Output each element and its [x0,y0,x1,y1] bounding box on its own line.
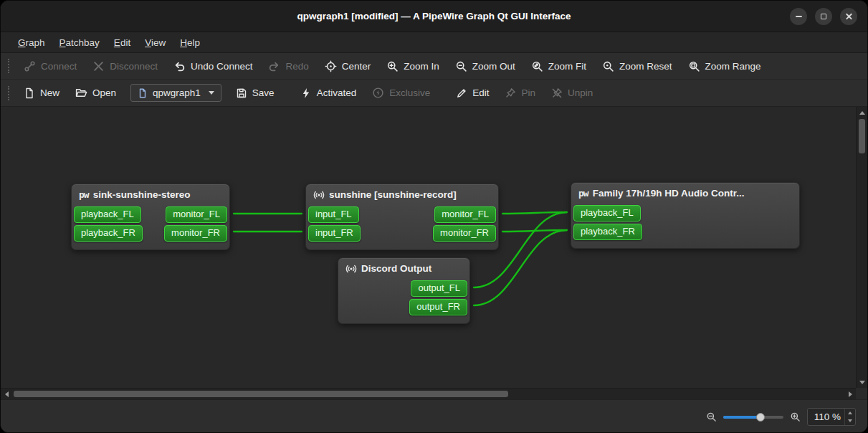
zoom-spin-down-button[interactable] [845,417,855,426]
zoom-in-button[interactable]: Zoom In [379,57,447,76]
sink-port-monitor-fl[interactable]: monitor_FL [166,206,227,223]
monitor-icon [313,189,325,201]
arrow-right-icon [849,391,852,397]
zoom-slider[interactable] [723,411,783,423]
scroll-right-button[interactable] [844,389,856,400]
arrow-up-icon [848,411,852,414]
menu-item-view[interactable]: View [138,34,173,51]
patchbay-profile-combo[interactable]: qpwgraph1 [130,84,221,102]
sink-port-monitor-fr[interactable]: monitor_FR [164,225,227,242]
undo-icon [173,60,186,72]
maximize-button[interactable] [815,8,832,25]
pin-icon [505,87,516,99]
center-button[interactable]: Center [318,57,378,76]
minimize-button[interactable] [790,8,807,25]
zoom-fit-label: Zoom Fit [548,61,586,72]
close-icon [845,12,853,20]
exclusive-button[interactable]: Exclusive [365,83,437,103]
toolbar-handle[interactable] [8,59,9,73]
discord-port-output-fl[interactable]: output_FL [411,280,467,297]
zoom-range-button[interactable]: Zoom Range [681,57,768,76]
close-button[interactable] [840,8,857,25]
vertical-scrollbar[interactable] [856,107,867,388]
new-button[interactable]: New [16,84,67,103]
menu-item-edit[interactable]: Edit [107,34,138,51]
activated-button[interactable]: Activated [293,84,364,103]
zoom-reset-button[interactable]: Zoom Reset [595,57,679,76]
disconnect-button[interactable]: Disconnect [85,57,165,76]
arrow-down-icon [848,419,852,422]
minimize-icon [796,16,802,17]
pipewire-icon: pw [79,189,89,201]
open-button[interactable]: Open [68,83,123,103]
sunshine-port-monitor-fl[interactable]: monitor_FL [434,206,496,223]
scroll-down-button[interactable] [857,376,868,388]
edit-label: Edit [472,87,489,98]
zoom-out-label: Zoom Out [472,61,515,72]
zoom-spinbox[interactable]: 110 % [807,408,856,426]
family-port-playback-fr[interactable]: playback_FR [573,224,642,240]
sunshine-port-input-fr[interactable]: input_FR [308,225,361,242]
toolbar-main: Connect Disconnect Undo Connect Redo Cen… [1,53,867,80]
horizontal-scroll-thumb[interactable] [14,391,508,397]
zoom-reset-label: Zoom Reset [619,61,672,72]
edit-pencil-icon [456,87,467,99]
port-row: input_FR monitor_FR [312,225,492,242]
sunshine-port-input-fl[interactable]: input_FL [308,206,359,223]
node-sunshine-record[interactable]: sunshine [sunshine-record] input_FL moni… [305,184,499,250]
sunshine-port-monitor-fr[interactable]: monitor_FR [433,225,496,242]
zoom-fit-button[interactable]: Zoom Fit [524,57,593,76]
connect-icon [24,60,36,72]
sink-port-playback-fr[interactable]: playback_FR [74,225,143,242]
menu-item-help[interactable]: Help [173,34,207,51]
save-button[interactable]: Save [229,84,282,103]
node-header: Discord Output [345,262,462,275]
window-controls [790,1,857,32]
exclusive-label: Exclusive [389,87,430,98]
toolbar-handle[interactable] [8,86,9,100]
sink-port-playback-fl[interactable]: playback_FL [74,206,141,223]
zoom-value: 110 % [808,409,844,425]
activated-label: Activated [317,87,357,98]
titlebar[interactable]: qpwgraph1 [modified] — A PipeWire Graph … [1,1,867,32]
node-family-hd-audio[interactable]: pw Family 17h/19h HD Audio Contr... play… [571,182,800,249]
pin-label: Pin [521,87,535,98]
zoom-range-label: Zoom Range [705,61,761,72]
node-title-text: Discord Output [361,262,431,275]
scroll-left-button[interactable] [1,389,12,400]
zoom-fit-icon [531,60,543,72]
undo-connect-button[interactable]: Undo Connect [166,57,259,76]
zoom-slider-handle[interactable] [756,413,765,422]
zoom-slider-fill [723,416,760,419]
scroll-up-button[interactable] [857,107,868,118]
connect-label: Connect [41,61,77,72]
graph-canvas[interactable]: pw sink-sunshine-stereo playback_FL moni… [1,107,856,388]
redo-label: Redo [285,61,308,72]
unpin-button[interactable]: Unpin [544,84,600,103]
discord-port-output-fr[interactable]: output_FR [409,299,467,315]
activated-bolt-icon [300,87,312,99]
node-title-text: Family 17h/19h HD Audio Contr... [593,187,745,200]
menu-item-graph[interactable]: Graph [11,34,52,51]
node-sink-sunshine-stereo[interactable]: pw sink-sunshine-stereo playback_FL moni… [71,184,230,250]
family-port-playback-fl[interactable]: playback_FL [573,205,641,222]
zoom-in-icon [386,60,399,72]
menu-item-patchbay[interactable]: Patchbay [52,34,107,51]
patchbay-profile-value: qpwgraph1 [153,87,201,98]
scrollbar-corner [856,388,867,399]
menubar: Graph Patchbay Edit View Help [1,32,867,53]
pin-button[interactable]: Pin [497,84,543,103]
connect-button[interactable]: Connect [16,57,84,76]
port-row: playback_FR [577,224,793,240]
zoom-spin-up-button[interactable] [845,409,855,417]
window-title: qpwgraph1 [modified] — A PipeWire Graph … [297,11,571,22]
zoom-range-icon [688,60,700,72]
zoom-out-button[interactable]: Zoom Out [448,57,523,76]
horizontal-scrollbar[interactable] [1,388,856,399]
node-discord-output[interactable]: Discord Output output_FL output_FR [338,257,470,324]
redo-button[interactable]: Redo [261,57,315,76]
unpin-label: Unpin [568,87,593,98]
vertical-scroll-thumb[interactable] [859,119,865,153]
edit-button[interactable]: Edit [449,84,496,103]
node-title-text: sink-sunshine-stereo [93,189,191,201]
